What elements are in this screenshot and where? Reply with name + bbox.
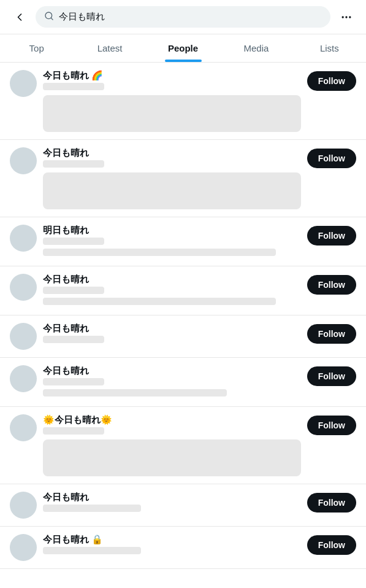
avatar [10, 414, 37, 441]
user-name-row: 今日も晴れ 🔒 [43, 534, 301, 546]
skeleton-bio [43, 249, 276, 256]
skeleton-description [43, 439, 301, 476]
user-content: 今日も晴れ 🌈 [43, 70, 301, 132]
skeleton-handle [43, 83, 104, 90]
svg-point-3 [345, 16, 347, 18]
avatar [10, 147, 37, 174]
follow-button[interactable]: Follow [307, 416, 356, 435]
user-content: 今日も晴れ [43, 274, 301, 308]
list-item: 🌞今日も晴れ🌞 Follow [0, 407, 366, 484]
search-bar[interactable]: 今日も晴れ [36, 6, 330, 28]
search-icon [44, 11, 54, 23]
follow-button[interactable]: Follow [307, 366, 356, 386]
svg-point-2 [342, 16, 344, 18]
user-name: 今日も晴れ [43, 147, 89, 159]
skeleton-bio [43, 389, 227, 397]
back-button[interactable] [10, 7, 29, 27]
follow-button[interactable]: Follow [307, 275, 356, 295]
follow-button[interactable]: Follow [307, 71, 356, 91]
tab-top[interactable]: Top [0, 34, 73, 62]
tabs-bar: Top Latest People Media Lists [0, 34, 366, 63]
user-content: 今日も晴れ [43, 365, 301, 399]
user-content: 今日も晴れ [43, 492, 301, 514]
tab-media[interactable]: Media [219, 34, 292, 62]
avatar [10, 323, 37, 350]
header: 今日も晴れ [0, 0, 366, 34]
skeleton-handle [43, 427, 104, 435]
list-item: 今日も晴れ Follow [0, 358, 366, 407]
user-content: 🌞今日も晴れ🌞 [43, 414, 301, 476]
skeleton-handle [43, 378, 104, 385]
more-options-button[interactable] [337, 7, 356, 27]
user-name: 今日も晴れ [43, 365, 89, 377]
user-name: 今日も晴れ [43, 274, 89, 285]
tab-latest[interactable]: Latest [73, 34, 146, 62]
user-name: 今日も晴れ [43, 492, 89, 503]
user-content: 今日も晴れ 🔒 [43, 534, 301, 557]
user-name-row: 今日も晴れ [43, 274, 301, 285]
avatar [10, 274, 37, 301]
tab-people[interactable]: People [147, 34, 219, 62]
list-item: 今日も晴れ Follow [0, 484, 366, 527]
tab-lists[interactable]: Lists [293, 34, 366, 62]
skeleton-handle [43, 238, 104, 245]
user-content: 今日も晴れ [43, 147, 301, 209]
skeleton-bio [43, 298, 276, 305]
user-name-row: 今日も晴れ [43, 492, 301, 503]
user-name-row: 🌞今日も晴れ🌞 [43, 414, 301, 426]
list-item: 今日も晴れ 🌈 Follow [0, 63, 366, 140]
user-name: 今日も晴れ [43, 323, 89, 335]
skeleton-description [43, 172, 301, 209]
user-name-row: 今日も晴れ [43, 365, 301, 377]
people-list: 今日も晴れ 🌈 Follow 今日も晴れ Follow 明日も晴れ Follo [0, 63, 366, 569]
skeleton-handle [43, 547, 141, 554]
user-name: 今日も晴れ 🌈 [43, 70, 103, 82]
avatar [10, 534, 37, 561]
list-item: 今日も晴れ Follow [0, 266, 366, 315]
skeleton-handle [43, 160, 104, 168]
skeleton-handle [43, 336, 104, 343]
skeleton-description [43, 95, 301, 132]
user-name: 今日も晴れ 🔒 [43, 534, 103, 546]
follow-button[interactable]: Follow [307, 226, 356, 246]
follow-button[interactable]: Follow [307, 493, 356, 513]
follow-button[interactable]: Follow [307, 535, 356, 555]
user-name-row: 今日も晴れ 🌈 [43, 70, 301, 82]
user-name: 🌞今日も晴れ🌞 [43, 414, 112, 426]
svg-line-1 [51, 18, 53, 20]
svg-point-4 [349, 16, 351, 18]
list-item: 明日も晴れ Follow [0, 217, 366, 266]
user-name-row: 明日も晴れ [43, 225, 301, 236]
follow-button[interactable]: Follow [307, 324, 356, 344]
list-item: 今日も晴れ Follow [0, 315, 366, 358]
user-content: 今日も晴れ [43, 323, 301, 346]
user-name-row: 今日も晴れ [43, 323, 301, 335]
avatar [10, 225, 37, 252]
user-name: 明日も晴れ [43, 225, 89, 236]
list-item: 今日も晴れ 🔒 Follow [0, 527, 366, 569]
user-content: 明日も晴れ [43, 225, 301, 258]
skeleton-handle [43, 505, 141, 512]
follow-button[interactable]: Follow [307, 149, 356, 168]
user-name-row: 今日も晴れ [43, 147, 301, 159]
avatar [10, 365, 37, 392]
avatar [10, 70, 37, 97]
search-query-text: 今日も晴れ [59, 11, 105, 23]
list-item: 今日も晴れ Follow [0, 140, 366, 217]
avatar [10, 492, 37, 519]
skeleton-handle [43, 287, 104, 294]
